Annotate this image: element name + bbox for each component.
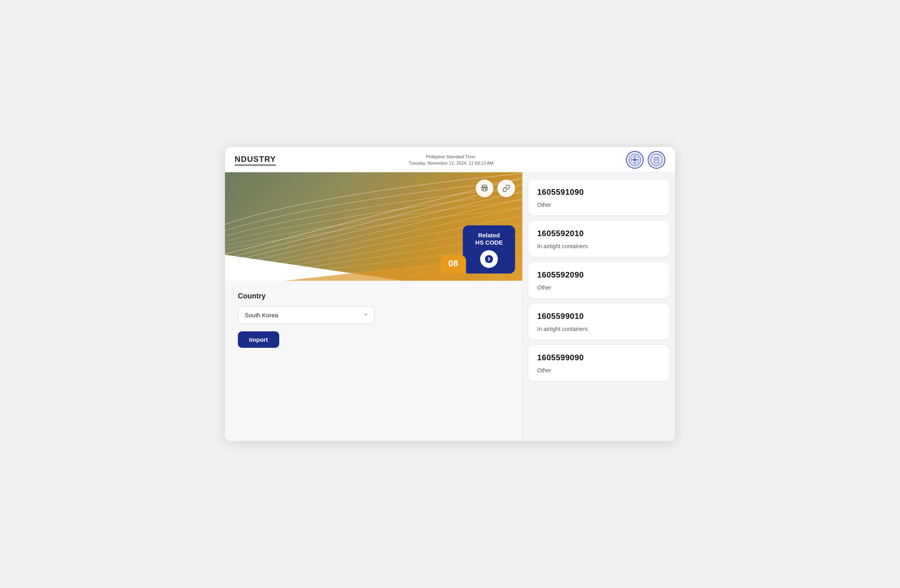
seal-logo-1 — [626, 151, 644, 169]
hs-code-card[interactable]: 1605592010In airtight containers — [528, 221, 669, 257]
country-label: Country — [238, 292, 509, 300]
svg-point-26 — [485, 255, 493, 263]
seal-logo-2 — [648, 151, 665, 169]
hs-code-label: RelatedHS CODE — [475, 232, 503, 246]
hs-card-code: 1605592010 — [537, 229, 661, 238]
hs-card-code: 1605591090 — [537, 188, 661, 197]
link-button[interactable] — [497, 180, 515, 197]
hs-code-box[interactable]: RelatedHS CODE — [463, 225, 515, 274]
hero-actions — [476, 180, 515, 197]
datetime-value: Tuesday, November 12, 2024, 11:58:13 AM — [409, 160, 494, 167]
svg-point-25 — [486, 188, 487, 189]
header: NDUSTRY Philippine Standard Time: Tuesda… — [225, 147, 675, 172]
hs-arrow-button[interactable] — [480, 250, 498, 268]
app-logo: NDUSTRY — [235, 155, 276, 165]
main-layout: 08 RelatedHS CODE Country — [225, 172, 675, 441]
hs-number-badge: 08 — [440, 255, 466, 274]
country-section: Country South Korea China Japan USA Phil… — [225, 281, 522, 441]
hs-card-description: In airtight containers — [537, 326, 661, 332]
hs-card-code: 1605599010 — [537, 312, 661, 321]
hs-card-description: Other — [537, 202, 661, 208]
left-content: 08 RelatedHS CODE Country — [225, 172, 522, 441]
hs-card-description: Other — [537, 367, 661, 374]
country-select-wrapper: South Korea China Japan USA Philippines — [238, 306, 374, 324]
print-button[interactable] — [476, 180, 493, 197]
hs-card-code: 1605592090 — [537, 270, 661, 280]
svg-point-6 — [634, 159, 636, 161]
hs-code-card[interactable]: 1605599010In airtight containers — [528, 304, 669, 339]
hs-code-card[interactable]: 1605592090Other — [528, 262, 669, 298]
country-select[interactable]: South Korea China Japan USA Philippines — [238, 306, 374, 324]
browser-window: NDUSTRY Philippine Standard Time: Tuesda… — [225, 147, 675, 441]
import-button[interactable]: Import — [238, 331, 279, 348]
import-btn-area: Import — [238, 331, 509, 348]
datetime-label: Philippine Standard Time: — [409, 153, 494, 160]
svg-rect-24 — [483, 189, 486, 191]
hero-banner: 08 RelatedHS CODE — [225, 172, 522, 281]
related-hs-badge: 08 RelatedHS CODE — [440, 225, 515, 274]
header-logos — [626, 151, 665, 169]
hs-card-description: Other — [537, 284, 661, 291]
hs-card-description: In airtight containers — [537, 243, 661, 249]
hs-code-card[interactable]: 1605591090Other — [528, 180, 669, 215]
hs-card-code: 1605599090 — [537, 353, 661, 362]
hs-code-card[interactable]: 1605599090Other — [528, 345, 669, 381]
header-datetime: Philippine Standard Time: Tuesday, Novem… — [409, 153, 494, 167]
hs-codes-panel: 1605591090Other1605592010In airtight con… — [522, 172, 675, 441]
